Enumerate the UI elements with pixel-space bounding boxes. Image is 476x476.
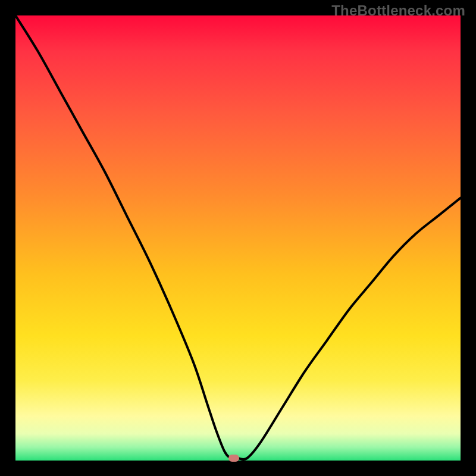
bottleneck-curve	[15, 15, 461, 459]
chart-frame: TheBottleneck.com	[0, 0, 476, 476]
curve-svg	[15, 15, 461, 461]
plot-area	[15, 15, 461, 461]
optimal-point-marker	[228, 455, 239, 462]
